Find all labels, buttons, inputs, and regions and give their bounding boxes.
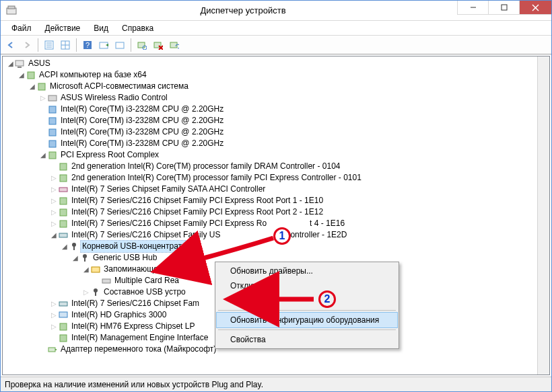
tree-item[interactable]: Intel(R) Core(TM) i3-2328M CPU @ 2.20GHz bbox=[5, 115, 547, 126]
storage-icon bbox=[90, 264, 101, 275]
statusbar: Проверка на наличие изменений или новых … bbox=[1, 377, 551, 391]
tree-item[interactable]: ▷2nd generation Intel(R) Core(TM) proces… bbox=[5, 172, 547, 184]
menu-separator bbox=[218, 329, 396, 330]
tree-label: Intel(R) HM76 Express Chipset LP bbox=[70, 321, 196, 332]
svg-rect-39 bbox=[60, 221, 67, 227]
svg-rect-49 bbox=[59, 302, 67, 306]
tree-label: ASUS Wireless Radio Control bbox=[59, 92, 169, 104]
svg-rect-3 bbox=[502, 5, 507, 10]
tree-label: 2nd generation Intel(R) Core(TM) process… bbox=[70, 161, 341, 172]
chip-icon bbox=[58, 196, 69, 206]
tree-item[interactable]: ▷ ASUS Wireless Radio Control bbox=[5, 92, 547, 104]
maximize-button[interactable] bbox=[488, 1, 519, 15]
close-button[interactable] bbox=[519, 1, 551, 15]
grid-icon[interactable] bbox=[58, 38, 73, 52]
titlebar: Диспетчер устройств bbox=[1, 1, 551, 21]
svg-rect-45 bbox=[92, 267, 100, 272]
tree-item[interactable]: ◢ Microsoft ACPI-совместимая система bbox=[5, 81, 547, 92]
menu-view[interactable]: Вид bbox=[87, 22, 115, 34]
tree-item[interactable]: 2nd generation Intel(R) Core(TM) process… bbox=[5, 161, 547, 172]
svg-rect-42 bbox=[73, 246, 75, 250]
svg-marker-16 bbox=[106, 44, 108, 46]
chip-icon bbox=[58, 333, 69, 344]
tree-label: Generic USB Hub bbox=[92, 252, 158, 264]
show-hidden-icon[interactable] bbox=[96, 38, 111, 52]
tree-item-selected[interactable]: ◢Корневой USB-концентратор bbox=[5, 241, 547, 252]
battery-icon bbox=[47, 344, 58, 355]
chip-icon bbox=[58, 321, 69, 332]
tree-label: ontroller - 1E2D bbox=[289, 229, 348, 241]
chip-icon bbox=[47, 150, 58, 161]
menu-action[interactable]: Действие bbox=[38, 22, 88, 34]
svg-rect-25 bbox=[18, 67, 22, 68]
usb-icon bbox=[69, 241, 79, 252]
svg-rect-48 bbox=[95, 292, 96, 296]
tree-label: Intel(R) 7 Series/C216 Chipset Family PC… bbox=[70, 218, 268, 229]
svg-rect-27 bbox=[38, 83, 45, 90]
tree-label: Составное USB устро bbox=[102, 286, 187, 298]
tree-item[interactable]: Intel(R) Core(TM) i3-2328M CPU @ 2.20GHz bbox=[5, 104, 547, 115]
cpu-icon bbox=[47, 116, 58, 126]
svg-rect-29 bbox=[49, 106, 56, 113]
svg-rect-24 bbox=[15, 61, 24, 66]
tree-item[interactable]: ◢ ACPI компьютер на базе x64 bbox=[5, 69, 547, 81]
minimize-button[interactable] bbox=[457, 1, 488, 15]
svg-rect-54 bbox=[55, 349, 57, 350]
chip-icon bbox=[58, 161, 69, 172]
menu-disable[interactable]: Отключить bbox=[217, 278, 397, 293]
chip-icon bbox=[26, 70, 36, 81]
forward-icon[interactable] bbox=[20, 38, 34, 52]
svg-rect-46 bbox=[102, 279, 110, 283]
tree-item[interactable]: ▷Intel(R) 7 Series Chipset Family SATA A… bbox=[5, 184, 547, 195]
cpu-icon bbox=[47, 104, 58, 115]
menu-refresh-hardware[interactable]: Обновить конфигурацию оборудования bbox=[217, 313, 397, 327]
tree-label: ACPI компьютер на базе x64 bbox=[38, 69, 148, 81]
svg-rect-28 bbox=[48, 95, 57, 101]
svg-rect-50 bbox=[59, 312, 67, 317]
tree-root[interactable]: ◢ ASUS bbox=[5, 58, 547, 69]
tree-item[interactable]: Intel(R) Core(TM) i3-2328M CPU @ 2.20GHz bbox=[5, 126, 547, 138]
tree-item[interactable]: ▷Intel(R) 7 Series/C216 Chipset Family P… bbox=[5, 218, 547, 229]
chip-icon bbox=[58, 207, 69, 218]
menu-properties[interactable]: Свойства bbox=[217, 332, 397, 347]
svg-rect-35 bbox=[60, 175, 67, 182]
disk-icon bbox=[101, 276, 112, 286]
scan-icon[interactable] bbox=[135, 38, 149, 52]
tree-label: Intel(R) 7 Series/C216 Chipset Family PC… bbox=[70, 206, 324, 218]
cpu-icon bbox=[47, 139, 58, 149]
tree-label: Адаптер переменного тока (Майкрософт) bbox=[59, 344, 217, 355]
menu-delete[interactable]: Удалить bbox=[217, 293, 397, 308]
cpu-icon bbox=[47, 127, 58, 138]
usb-icon bbox=[58, 299, 69, 309]
tree-label: 2nd generation Intel(R) Core(TM) process… bbox=[70, 172, 363, 184]
tree-label: Intel(R) 7 Series/C216 Chipset Family US bbox=[70, 229, 221, 241]
menu-update-drivers[interactable]: Обновить драйверы... bbox=[217, 264, 397, 278]
uninstall-icon[interactable] bbox=[151, 38, 166, 52]
menu-help[interactable]: Справка bbox=[115, 22, 160, 34]
scrollbar-thumb[interactable] bbox=[539, 70, 548, 245]
tree-label: Запоминающее устр bbox=[102, 264, 182, 275]
svg-rect-18 bbox=[138, 42, 145, 48]
detail-icon[interactable] bbox=[42, 38, 57, 52]
tree-item[interactable]: ▷Intel(R) 7 Series/C216 Chipset Family P… bbox=[5, 206, 547, 218]
disk-icon bbox=[58, 184, 69, 195]
app-icon bbox=[6, 5, 17, 16]
tree-label: Intel(R) 7 Series/C216 Chipset Family PC… bbox=[70, 195, 324, 206]
legacy-icon[interactable] bbox=[112, 38, 127, 52]
svg-rect-51 bbox=[60, 323, 67, 330]
tree-item[interactable]: ▷Intel(R) 7 Series/C216 Chipset Family P… bbox=[5, 195, 547, 206]
svg-rect-32 bbox=[49, 141, 56, 147]
tree-item[interactable]: Intel(R) Core(TM) i3-2328M CPU @ 2.20GHz bbox=[5, 138, 547, 149]
usb-icon bbox=[79, 253, 90, 264]
tree-item[interactable]: ◢Intel(R) 7 Series/C216 Chipset Family U… bbox=[5, 229, 547, 241]
tree-label: Intel(R) 7 Series Chipset Family SATA AH… bbox=[70, 184, 267, 195]
help-icon[interactable]: ? bbox=[80, 38, 95, 52]
menubar: Файл Действие Вид Справка bbox=[1, 21, 551, 36]
tree-item[interactable]: ◢ PCI Express Root Complex bbox=[5, 149, 547, 161]
tree-label: Microsoft ACPI-совместимая система bbox=[48, 81, 190, 92]
back-icon[interactable] bbox=[3, 38, 18, 52]
menu-file[interactable]: Файл bbox=[5, 22, 38, 34]
tree-label: Intel(R) 7 Series/C216 Chipset Fam bbox=[70, 298, 201, 309]
update-icon[interactable] bbox=[167, 38, 182, 52]
display-icon bbox=[58, 310, 69, 321]
